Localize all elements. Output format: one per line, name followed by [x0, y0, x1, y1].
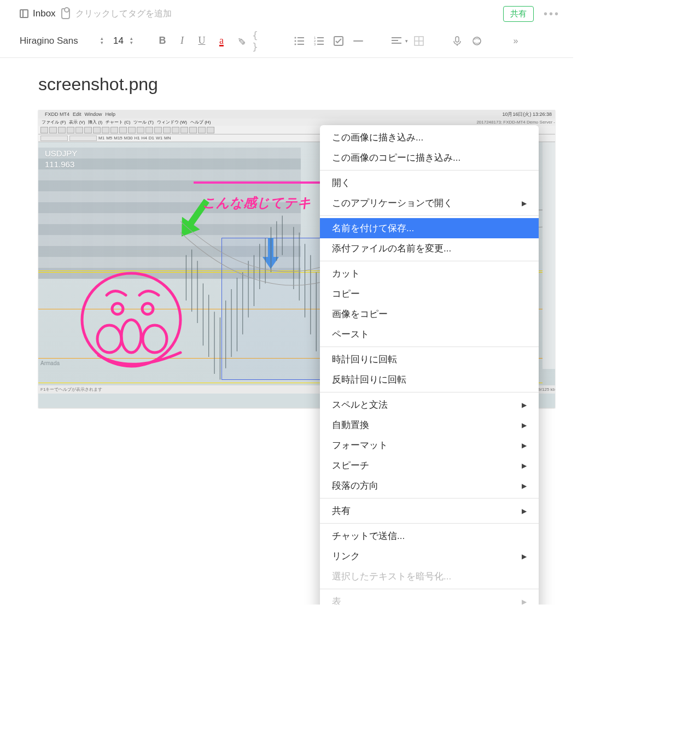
tag-icon[interactable] [61, 8, 70, 19]
context-menu-item[interactable]: このアプリケーションで開く▶ [320, 193, 539, 213]
menu-item-label: 時計回りに回転 [332, 353, 397, 366]
bold-button[interactable]: B [154, 32, 171, 50]
submenu-arrow-icon: ▶ [522, 553, 527, 560]
context-menu-item[interactable]: 自動置換▶ [320, 415, 539, 435]
context-menu-item[interactable]: フォーマット▶ [320, 435, 539, 455]
timeframe-btn: D1 [149, 136, 154, 140]
menu-item-label: 表 [332, 595, 341, 605]
menu-item-label: このアプリケーションで開く [332, 197, 453, 209]
menu-item-label: この画像に描き込み... [332, 131, 423, 144]
context-menu-separator [320, 498, 539, 498]
symbol-label: USDJPY [45, 149, 77, 158]
font-size-select[interactable]: 14 [113, 36, 124, 46]
timeframe-btn: M5 [106, 136, 112, 140]
price-label: 111.963 [45, 160, 74, 169]
font-stepper-icon[interactable]: ▴▾ [101, 37, 103, 44]
context-menu-item[interactable]: 共有▶ [320, 501, 539, 521]
context-menu-item[interactable]: コピー [320, 284, 539, 304]
context-menu-separator [320, 392, 539, 392]
text-color-button[interactable]: a [213, 32, 230, 50]
submenu-arrow-icon: ▶ [522, 507, 527, 515]
table-button[interactable] [410, 32, 428, 50]
menu-item-label: 画像をコピー [332, 308, 388, 320]
context-menu-item[interactable]: スペルと文法▶ [320, 395, 539, 415]
context-menu-item[interactable]: 開く [320, 173, 539, 193]
svg-point-23 [112, 303, 123, 314]
menu-item-label: この画像のコピーに描き込み... [332, 151, 460, 164]
menubar-item: Window [85, 112, 102, 117]
submenu-arrow-icon: ▶ [522, 200, 527, 207]
checklist-button[interactable] [330, 32, 347, 50]
numbered-list-button[interactable]: 123 [310, 32, 328, 50]
mt4-menu-item: 表示 (V) [69, 119, 85, 125]
watermark: Armada [40, 360, 60, 366]
submenu-arrow-icon: ▶ [522, 598, 527, 605]
context-menu-item[interactable]: スピーチ▶ [320, 455, 539, 476]
highlighter-button[interactable] [232, 32, 250, 50]
microphone-icon[interactable] [448, 32, 466, 50]
size-stepper-icon[interactable]: ▴▾ [130, 37, 133, 44]
context-menu-item[interactable]: チャットで送信... [320, 526, 539, 546]
italic-button[interactable]: I [173, 32, 191, 50]
context-menu-item[interactable]: この画像に描き込み... [320, 127, 539, 148]
share-button[interactable]: 共有 [503, 6, 534, 22]
more-actions-icon[interactable]: ••• [544, 8, 560, 20]
more-tools-button[interactable]: » [506, 32, 524, 50]
context-menu-item[interactable]: 反時計回りに回転 [320, 370, 539, 390]
mac-menubar: FXDD MT4 Edit Window Help 10月16日(火) 13:2… [38, 110, 555, 119]
timeframe-btn: M15 [114, 136, 122, 140]
context-menu-item[interactable]: リンク▶ [320, 546, 539, 566]
svg-point-25 [121, 320, 141, 353]
status-right: 79/125 kb [536, 387, 555, 392]
svg-point-27 [143, 325, 167, 353]
context-menu-item[interactable]: この画像のコピーに描き込み... [320, 148, 539, 168]
context-menu-separator [320, 347, 539, 347]
menu-item-label: 選択したテキストを暗号化... [332, 570, 451, 583]
context-menu-separator [320, 215, 539, 216]
context-menu-separator [320, 523, 539, 524]
bullet-list-button[interactable] [290, 32, 308, 50]
svg-rect-3 [298, 40, 304, 42]
context-menu-item[interactable]: ペースト [320, 324, 539, 344]
menu-item-label: 添付ファイルの名前を変更... [332, 242, 451, 255]
camera-icon[interactable] [468, 32, 486, 50]
submenu-arrow-icon: ▶ [522, 482, 527, 490]
menu-item-label: 開く [332, 177, 351, 189]
mt4-menu-item: ヘルプ (H) [190, 119, 211, 125]
hand-drawn-doodle [79, 265, 189, 374]
svg-point-0 [294, 37, 296, 38]
context-menu-item[interactable]: 添付ファイルの名前を変更... [320, 238, 539, 259]
menu-item-label: チャットで送信... [332, 530, 405, 542]
svg-point-2 [294, 40, 296, 42]
status-text: F1キーでヘルプが表示されます [40, 386, 102, 392]
submenu-arrow-icon: ▶ [522, 421, 527, 429]
timeframe-btn: M1 [98, 136, 104, 140]
tag-input-placeholder[interactable]: クリックしてタグを追加 [75, 8, 172, 20]
context-menu-item[interactable]: 画像をコピー [320, 304, 539, 324]
context-menu-item[interactable]: 名前を付けて保存... [320, 218, 539, 238]
menu-item-label: 名前を付けて保存... [332, 222, 414, 234]
attachment-filename-title[interactable]: screenshot.png [38, 74, 535, 95]
alignment-button[interactable] [388, 32, 405, 50]
horizontal-rule-button[interactable] [349, 32, 367, 50]
menu-item-label: コピー [332, 288, 360, 300]
formatting-toolbar: Hiragino Sans ▴▾ 14 ▴▾ B I U a { } 123 ▾… [0, 27, 573, 58]
menu-item-label: ペースト [332, 328, 369, 341]
context-menu-item[interactable]: 段落の方向▶ [320, 476, 539, 496]
code-block-button[interactable]: { } [252, 32, 270, 50]
menu-item-label: フォーマット [332, 439, 388, 451]
underline-button[interactable]: U [193, 32, 211, 50]
context-menu-separator [320, 170, 539, 171]
notebook-name[interactable]: Inbox [33, 8, 56, 19]
panel-toggle-icon[interactable] [20, 9, 28, 18]
svg-point-24 [142, 303, 153, 314]
font-family-select[interactable]: Hiragino Sans [20, 36, 96, 46]
context-menu-item[interactable]: 時計回りに回転 [320, 349, 539, 370]
menu-item-label: 段落の方向 [332, 479, 378, 492]
price-axis [542, 142, 555, 369]
timeframe-btn: M30 [124, 136, 133, 140]
context-menu: この画像に描き込み...この画像のコピーに描き込み...開くこのアプリケーション… [320, 125, 539, 605]
menubar-item: Edit [73, 112, 81, 117]
context-menu-item[interactable]: カット [320, 263, 539, 284]
submenu-arrow-icon: ▶ [522, 462, 527, 470]
